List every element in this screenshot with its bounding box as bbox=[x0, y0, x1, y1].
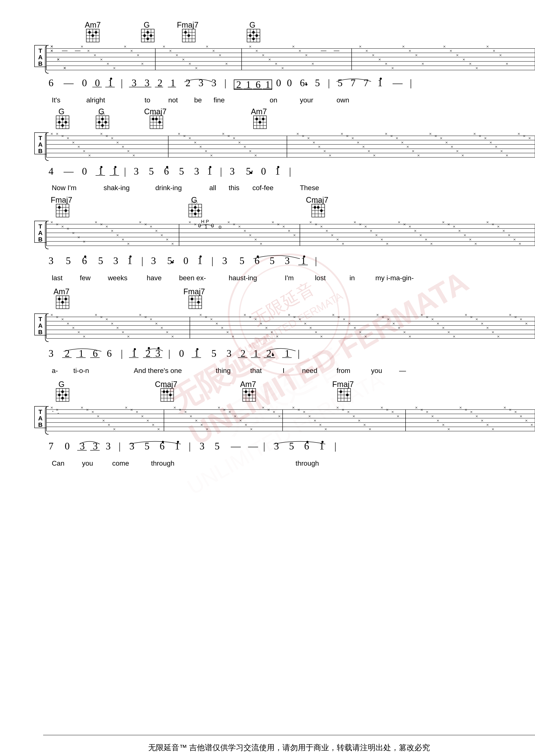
svg-text:×: × bbox=[219, 52, 221, 58]
svg-text:have: have bbox=[147, 274, 161, 282]
svg-point-464 bbox=[129, 256, 131, 257]
svg-text:×: × bbox=[391, 65, 394, 71]
svg-text:own: own bbox=[337, 96, 349, 104]
svg-text:×: × bbox=[72, 325, 75, 331]
svg-text:B: B bbox=[38, 148, 42, 154]
svg-point-321 bbox=[250, 172, 252, 174]
svg-text:3: 3 bbox=[113, 255, 118, 266]
svg-text:a-: a- bbox=[52, 367, 58, 374]
svg-text:×: × bbox=[451, 144, 453, 149]
svg-text:×: × bbox=[363, 422, 366, 427]
svg-text:1: 1 bbox=[285, 348, 290, 359]
svg-text:1: 1 bbox=[246, 79, 251, 90]
svg-text:|: | bbox=[121, 348, 123, 359]
svg-point-502 bbox=[65, 298, 67, 300]
svg-text:○○○: ○○○ bbox=[314, 200, 321, 204]
svg-text:my i-ma-gin-: my i-ma-gin- bbox=[375, 274, 414, 282]
svg-text:×: × bbox=[255, 48, 258, 53]
svg-text:×: × bbox=[243, 312, 246, 317]
svg-text:×: × bbox=[492, 222, 494, 227]
svg-text:Fmaj7: Fmaj7 bbox=[332, 380, 354, 389]
svg-text:×: × bbox=[342, 241, 344, 246]
svg-text:3: 3 bbox=[93, 441, 98, 452]
page: 无限延音UNLIMITED FERMATA 无限延音 UNLIMITED FER… bbox=[0, 0, 535, 756]
svg-text:×: × bbox=[83, 239, 85, 244]
svg-text:×: × bbox=[473, 131, 476, 136]
svg-text:×: × bbox=[528, 135, 531, 141]
svg-text:×: × bbox=[352, 414, 355, 419]
svg-point-21 bbox=[143, 34, 146, 37]
svg-text:×: × bbox=[420, 312, 423, 317]
svg-text:5: 5 bbox=[315, 77, 320, 88]
svg-point-655 bbox=[65, 393, 67, 396]
svg-text:×: × bbox=[508, 232, 510, 238]
svg-point-513 bbox=[197, 301, 200, 304]
svg-text:×: × bbox=[262, 52, 265, 58]
svg-point-43 bbox=[249, 34, 252, 37]
svg-text:×: × bbox=[519, 241, 521, 246]
svg-point-126 bbox=[110, 78, 112, 80]
svg-text:5: 5 bbox=[211, 348, 216, 359]
svg-text:×: × bbox=[182, 57, 185, 62]
svg-text:×: × bbox=[137, 52, 139, 58]
svg-point-680 bbox=[248, 393, 250, 396]
svg-point-206 bbox=[155, 118, 158, 120]
svg-text:×: × bbox=[275, 61, 277, 67]
svg-point-622 bbox=[196, 348, 198, 350]
svg-text:×: × bbox=[228, 409, 231, 415]
svg-text:×: × bbox=[141, 61, 144, 67]
svg-text:×: × bbox=[67, 135, 69, 141]
svg-text:×: × bbox=[475, 316, 478, 322]
svg-text:×: × bbox=[226, 329, 229, 335]
svg-text:×: × bbox=[336, 237, 339, 242]
svg-text:×: × bbox=[459, 405, 462, 410]
svg-text:5: 5 bbox=[145, 441, 150, 452]
svg-text:×: × bbox=[497, 224, 500, 229]
svg-text:G: G bbox=[144, 20, 150, 29]
svg-text:5: 5 bbox=[239, 255, 244, 266]
svg-text:3: 3 bbox=[230, 166, 235, 177]
svg-point-324 bbox=[277, 166, 279, 168]
svg-text:3: 3 bbox=[194, 166, 199, 177]
svg-text:×: × bbox=[173, 405, 176, 410]
svg-text:×: × bbox=[530, 422, 533, 427]
svg-text:×: × bbox=[243, 144, 246, 149]
svg-text:B: B bbox=[38, 236, 42, 243]
svg-text:×: × bbox=[402, 44, 405, 49]
svg-text:0: 0 bbox=[261, 166, 266, 177]
svg-text:0: 0 bbox=[65, 441, 70, 452]
svg-text:×: × bbox=[463, 57, 465, 62]
svg-text:×: × bbox=[205, 148, 207, 154]
svg-text:5: 5 bbox=[338, 77, 343, 88]
svg-text:2: 2 bbox=[146, 348, 151, 359]
svg-text:×: × bbox=[492, 426, 494, 432]
svg-text:×: × bbox=[245, 422, 247, 427]
svg-text:×: × bbox=[447, 329, 450, 335]
svg-point-45 bbox=[252, 38, 255, 40]
svg-text:5: 5 bbox=[179, 166, 184, 177]
svg-text:×: × bbox=[157, 426, 160, 432]
svg-text:×: × bbox=[365, 48, 368, 53]
svg-text:Fmaj7: Fmaj7 bbox=[183, 287, 205, 296]
svg-text:×: × bbox=[132, 153, 135, 158]
svg-text:×: × bbox=[100, 314, 103, 320]
svg-text:×: × bbox=[426, 314, 429, 320]
svg-point-216 bbox=[255, 118, 258, 120]
svg-text:|: | bbox=[189, 441, 191, 452]
svg-text:×: × bbox=[509, 312, 512, 317]
svg-text:3: 3 bbox=[106, 441, 111, 452]
svg-text:×: × bbox=[525, 321, 528, 326]
svg-text:×: × bbox=[108, 422, 110, 427]
svg-text:×: × bbox=[319, 422, 322, 427]
svg-text:×: × bbox=[100, 222, 103, 227]
svg-text:×: × bbox=[506, 61, 508, 67]
svg-text:×: × bbox=[288, 312, 290, 317]
svg-text:×: × bbox=[67, 226, 69, 231]
svg-text:×: × bbox=[178, 131, 180, 136]
svg-text:×: × bbox=[141, 414, 144, 419]
svg-text:×: × bbox=[125, 405, 127, 410]
svg-text:3: 3 bbox=[274, 441, 279, 452]
svg-text:|: | bbox=[141, 255, 143, 266]
svg-text:×: × bbox=[102, 418, 105, 423]
svg-text:been ex-: been ex- bbox=[179, 274, 206, 282]
